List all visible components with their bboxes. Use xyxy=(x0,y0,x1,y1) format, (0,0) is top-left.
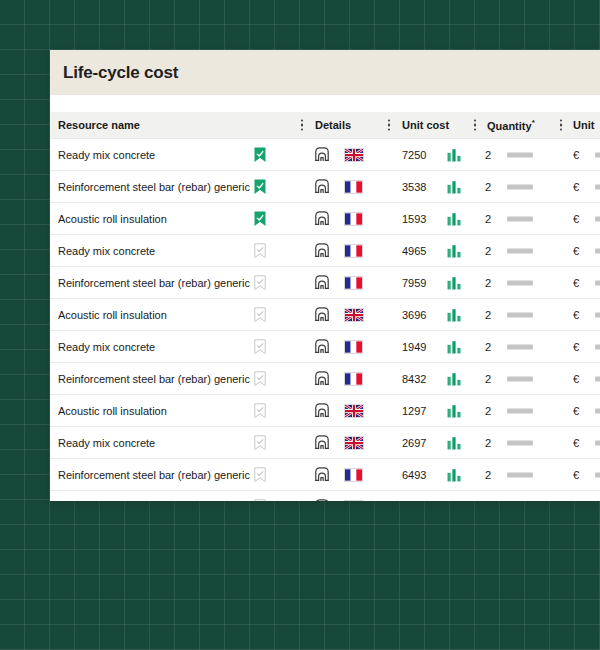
uk-flag-icon xyxy=(344,404,364,418)
bookmark-icon[interactable] xyxy=(254,211,266,227)
quantity-placeholder-bar xyxy=(507,408,533,413)
france-flag-icon xyxy=(344,276,363,290)
unit-cost-value: 8432 xyxy=(402,373,426,385)
bar-chart-icon[interactable] xyxy=(447,404,461,418)
clipped-column-content xyxy=(595,248,600,253)
france-flag-icon xyxy=(344,244,363,258)
clipped-column-content xyxy=(595,152,600,157)
bookmark-icon[interactable] xyxy=(254,403,266,419)
unit-value: € xyxy=(573,469,579,481)
quantity-placeholder-bar xyxy=(507,472,533,477)
table-row[interactable]: Acoustic roll insulation xyxy=(50,394,600,426)
bar-chart-icon[interactable] xyxy=(447,148,461,162)
bar-chart-icon[interactable] xyxy=(447,468,461,482)
bar-chart-icon[interactable] xyxy=(447,500,461,502)
bookmark-icon[interactable] xyxy=(254,339,266,355)
bar-chart-icon[interactable] xyxy=(447,212,461,226)
unit-value: € xyxy=(573,405,579,417)
bookmark-icon[interactable] xyxy=(254,275,266,291)
country-flag-icon xyxy=(344,468,363,482)
quantity-value: 2 xyxy=(482,213,494,225)
bar-chart-icon[interactable] xyxy=(447,276,461,290)
table-body: Ready mix concrete xyxy=(50,138,600,501)
bookmark-icon[interactable] xyxy=(254,147,266,163)
table-row[interactable]: Ready mix concrete xyxy=(50,234,600,266)
quantity-value: 2 xyxy=(482,437,494,449)
resource-name: Ready mix concrete xyxy=(58,437,155,449)
clipped-column-content xyxy=(595,344,600,349)
quantity-placeholder-bar xyxy=(507,280,533,285)
quantity-placeholder-bar xyxy=(507,440,533,445)
bookmark-icon[interactable] xyxy=(254,243,266,259)
clipped-column-content xyxy=(595,216,600,221)
table-row[interactable]: Reinforcement steel bar (rebar) generic xyxy=(50,170,600,202)
quantity-value: 2 xyxy=(482,341,494,353)
quantity-value: 2 xyxy=(482,469,494,481)
warehouse-icon xyxy=(314,178,330,196)
quantity-value: 2 xyxy=(482,309,494,321)
warehouse-icon xyxy=(314,146,330,164)
unit-cost-value: 7959 xyxy=(402,277,426,289)
resource-name: Reinforcement steel bar (rebar) generic xyxy=(58,181,250,193)
quantity-placeholder-bar xyxy=(507,248,533,253)
bar-chart-icon[interactable] xyxy=(447,308,461,322)
warehouse-icon xyxy=(314,338,330,356)
column-menu-icon[interactable] xyxy=(299,117,305,132)
bookmark-icon[interactable] xyxy=(254,179,266,195)
bar-chart-icon[interactable] xyxy=(447,436,461,450)
table-header-row: Resource name Details Unit cost Quantity… xyxy=(50,112,600,138)
country-flag-icon xyxy=(344,372,363,386)
table-row[interactable]: Acoustic roll insulation xyxy=(50,298,600,330)
bar-chart-icon[interactable] xyxy=(447,340,461,354)
warehouse-icon xyxy=(314,306,330,324)
france-flag-icon xyxy=(344,372,363,386)
column-header-quantity: Quantity* xyxy=(487,118,535,132)
bar-chart-icon[interactable] xyxy=(447,244,461,258)
unit-cost-value: 3696 xyxy=(402,309,426,321)
bookmark-icon[interactable] xyxy=(254,371,266,387)
bar-chart-icon[interactable] xyxy=(447,180,461,194)
resource-name: Ready mix concrete xyxy=(58,149,155,161)
bookmark-icon[interactable] xyxy=(254,307,266,323)
resource-name: Ready mix concrete xyxy=(58,245,155,257)
unit-cost-value: 1949 xyxy=(402,341,426,353)
unit-value: € xyxy=(573,245,579,257)
table-row[interactable]: Acoustic roll insulation xyxy=(50,490,600,501)
bar-chart-icon[interactable] xyxy=(447,372,461,386)
bookmark-icon[interactable] xyxy=(254,435,266,451)
warehouse-icon xyxy=(314,370,330,388)
quantity-placeholder-bar xyxy=(507,184,533,189)
table-row[interactable]: Reinforcement steel bar (rebar) generic xyxy=(50,266,600,298)
warehouse-icon xyxy=(314,242,330,260)
unit-cost-value: 1593 xyxy=(402,213,426,225)
table-row[interactable]: Reinforcement steel bar (rebar) generic xyxy=(50,362,600,394)
quantity-placeholder-bar xyxy=(507,312,533,317)
resource-name: Acoustic roll insulation xyxy=(58,405,167,417)
resource-name: Reinforcement steel bar (rebar) generic xyxy=(58,277,250,289)
quantity-value: 2 xyxy=(482,181,494,193)
quantity-placeholder-bar xyxy=(507,344,533,349)
unit-value: € xyxy=(573,213,579,225)
column-menu-icon[interactable] xyxy=(558,117,564,132)
country-flag-icon xyxy=(344,308,364,322)
bookmark-icon[interactable] xyxy=(254,499,266,502)
unit-cost-value: 3538 xyxy=(402,181,426,193)
warehouse-icon xyxy=(314,434,330,452)
country-flag-icon xyxy=(344,436,364,450)
unit-value: € xyxy=(573,341,579,353)
table-row[interactable]: Ready mix concrete xyxy=(50,330,600,362)
table-row[interactable]: Ready mix concrete xyxy=(50,426,600,458)
france-flag-icon xyxy=(344,180,363,194)
country-flag-icon xyxy=(344,404,364,418)
country-flag-icon xyxy=(344,148,364,162)
column-menu-icon[interactable] xyxy=(386,117,392,132)
bookmark-icon[interactable] xyxy=(254,467,266,483)
country-flag-icon xyxy=(344,276,363,290)
unit-value: € xyxy=(573,181,579,193)
table-row[interactable]: Ready mix concrete xyxy=(50,138,600,170)
table-row[interactable]: Acoustic roll insulation xyxy=(50,202,600,234)
column-header-resource-name: Resource name xyxy=(58,119,140,131)
column-menu-icon[interactable] xyxy=(472,117,478,132)
table-row[interactable]: Reinforcement steel bar (rebar) generic xyxy=(50,458,600,490)
warehouse-icon xyxy=(314,402,330,420)
